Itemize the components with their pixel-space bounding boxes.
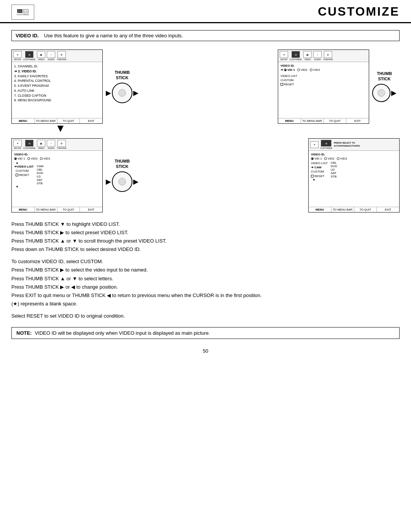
footer-bottom-left: MENU TO MENU BAR TO QUIT EXIT [12, 207, 102, 212]
vid-options-bl: VID 1 VID2 VID3 [14, 157, 100, 160]
list-custom-tr: CUSTOM [280, 78, 366, 82]
logo-box-right: E·N [23, 9, 29, 13]
thumb-stick-2-area: THUMBSTICK ▶ [372, 71, 397, 102]
footer-tomenubar: TO MENU BAR [35, 118, 57, 123]
thumb-stick-3-area: THUMBSTICK ▶ ▶ [106, 159, 139, 192]
thumb-label-3: THUMBSTICK [115, 159, 130, 169]
instr-2: Press THUMB STICK ▶ to select preset VID… [11, 228, 400, 237]
menu-item-3: 3. FAMILY FAVORITES [14, 74, 100, 79]
page-title: CUSTOMIZE [318, 5, 400, 19]
menu-item-2: ➔ 2. VIDEO ID. [14, 69, 100, 74]
instr-1: Press THUMB STICK ▼ to highlight VIDEO L… [11, 220, 400, 228]
instructions-section-3: Select RESET to set VIDEO ID to original… [11, 312, 400, 320]
arrow-right-1b: ▶ [133, 89, 139, 97]
bl-left-col: ➔VIDEO LIST CUSTOM RESET [14, 165, 33, 185]
instructions-section: Press THUMB STICK ▼ to highlight VIDEO L… [11, 220, 400, 254]
tb-icon-customize: ⊞ CUSTOMIZE [23, 51, 35, 61]
screen-content-top-left: 1. CHANNEL ID. ➔ 2. VIDEO ID. 3. FAMILY … [12, 62, 102, 118]
tb-icon-move: ✦ SETUP [13, 51, 22, 61]
thumb-label-1: THUMBSTICK [115, 70, 130, 80]
bottom-left-group: ✦ SETUP ⊞ CUSTOMIZE ▦ VIDEO ♪ AUDIO [11, 138, 142, 212]
vid-options-tr: ➔ VID 1 VID2 VID3 [280, 68, 366, 72]
screen-content-bl: VIDEO ID. VID 1 VID2 VID3 ▲ [12, 151, 102, 207]
instr-9: Press EXIT to quit menu or THUMB STICK ◀… [11, 291, 400, 300]
arrow-right-1: ▶ [106, 89, 111, 97]
instr-4: Press down on THUMB STICK to select desi… [11, 245, 400, 254]
screen-bottom-right: ✦ ⊞ CUSTOMIZE PRESS SELECT TO ACTIVATE/D… [308, 138, 400, 212]
page-header: D·G E·N CUSTOMIZE CUSTOMIZE [0, 0, 411, 23]
instr-8: Press THUMB STICK ▶ or ◀ to change posit… [11, 283, 400, 291]
list-reset-tr: RESET [280, 82, 366, 86]
menu-item-4: 4. PARENTAL CONTROL [14, 78, 100, 83]
bottom-right-group: ✦ ⊞ CUSTOMIZE PRESS SELECT TO ACTIVATE/D… [308, 138, 400, 212]
menu-item-7: 7. CLOSED CAPTION [14, 93, 100, 98]
screen-top-left: ✦ SETUP ⊞ CUSTOMIZE ▦ VIDEO ♪ AUDIO [11, 50, 103, 124]
menu-item-6: 6. AUTO LINK [14, 88, 100, 93]
screen-top-right: ✦ SETUP ⊞ CUSTOMIZE ▦ VIDEO ♪ AUDIO [278, 50, 369, 124]
footer-menu: MENU [12, 118, 35, 123]
video-id-label: VIDEO ID. [16, 33, 39, 38]
thumb-stick-1-area: THUMBSTICK ▶ ▶ [106, 70, 139, 103]
br-list-area: VIDEO LIST ➔ CAM CUSTOM RESET CBL DVD LD… [311, 161, 397, 178]
tb-icon-theater: ⚙ THEATER [57, 51, 66, 61]
top-diagrams-row: ✦ SETUP ⊞ CUSTOMIZE ▦ VIDEO ♪ AUDIO [11, 50, 400, 124]
bl-list-area: ➔VIDEO LIST CUSTOM RESET CAM CBL DVD LD … [14, 165, 100, 185]
thumb-circle-3 [112, 171, 132, 192]
instr-11: Select RESET to set VIDEO ID to original… [11, 312, 400, 320]
tb-icon-audio: ♪ AUDIO [47, 51, 55, 61]
instr-10: (★) represents a blank space. [11, 300, 400, 308]
top-left-group: ✦ SETUP ⊞ CUSTOMIZE ▦ VIDEO ♪ AUDIO [11, 50, 142, 124]
vid-id-label-br: VIDEO ID. [311, 153, 397, 156]
br-left-col: VIDEO LIST ➔ CAM CUSTOM RESET [311, 161, 328, 178]
br-right-col: CBL DVD LD SAT STB [331, 161, 337, 178]
note-text: VIDEO ID will be displayed only when VID… [35, 330, 210, 336]
thumb-circle-1 [112, 83, 132, 103]
instr-3: Press THUMB STICK ▲ or ▼ to scroll throu… [11, 237, 400, 245]
logo-label: CUSTOMIZE [17, 13, 29, 16]
screen-content-top-right: VIDEO ID. ➔ VID 1 VID2 VID3 VIDEO [278, 62, 369, 118]
tb-icon-video: ▦ VIDEO [37, 51, 45, 61]
video-id-text: Use this feature to give a name to any o… [44, 33, 183, 38]
vid-id-label-bl: VIDEO ID. [14, 153, 100, 156]
menu-item-8: 8. MENU BACKGROUND [14, 98, 100, 103]
note-box: NOTE: VIDEO ID will be displayed only wh… [11, 327, 400, 339]
screen-bottom-left: ✦ SETUP ⊞ CUSTOMIZE ▦ VIDEO ♪ AUDIO [11, 138, 103, 212]
footer-bottom-right: MENU TO MENU BAR TO QUIT EXIT [309, 207, 399, 212]
vid-id-label-tr: VIDEO ID. [280, 64, 366, 67]
topbar-bottom-right: ✦ ⊞ CUSTOMIZE PRESS SELECT TO ACTIVATE/D… [309, 139, 399, 151]
footer-top-right: MENU TO MENU BAR TO QUIT EXIT [278, 118, 369, 123]
screen-content-br: VIDEO ID. VID 1 VID2 VID3 [309, 151, 399, 207]
arrow-down-container: ▼ [11, 122, 400, 134]
thumb-label-2: THUMBSTICK [377, 71, 392, 81]
instr-7: Press THUMB STICK ▲ or ▼ to select lette… [11, 275, 400, 283]
top-right-group: ✦ SETUP ⊞ CUSTOMIZE ▦ VIDEO ♪ AUDIO [278, 50, 400, 124]
arrow-down-icon: ▼ [55, 122, 66, 134]
thumb-circle-2 [372, 84, 390, 102]
menu-item-1: 1. CHANNEL ID. [14, 64, 100, 69]
instr-5: To customize VIDEO ID, select CUSTOM. [11, 257, 400, 266]
bottom-diagrams-row: ✦ SETUP ⊞ CUSTOMIZE ▦ VIDEO ♪ AUDIO [11, 138, 400, 212]
topbar-top-right: ✦ SETUP ⊞ CUSTOMIZE ▦ VIDEO ♪ AUDIO [278, 50, 369, 62]
press-select-label: PRESS SELECT TO ACTIVATE/DEACTIVATE [334, 142, 364, 147]
note-label: NOTE: [16, 330, 32, 336]
thumb-arrow-group-1: ▶ ▶ [106, 83, 139, 103]
vid-options-br: VID 1 VID2 VID3 [311, 157, 397, 160]
main-content: VIDEO ID. Use this feature to give a nam… [0, 23, 411, 361]
list-label-tr: VIDEO LIST [280, 74, 366, 78]
instructions-section-2: To customize VIDEO ID, select CUSTOM. Pr… [11, 257, 400, 308]
topbar-bottom-left: ✦ SETUP ⊞ CUSTOMIZE ▦ VIDEO ♪ AUDIO [12, 139, 102, 151]
instr-6: Press THUMB STICK ▶ to select the video … [11, 266, 400, 274]
logo-box-left: D·G [17, 9, 22, 13]
menu-item-5: 5. 4 EVENT PROGRAM [14, 83, 100, 88]
logo: D·G E·N CUSTOMIZE [11, 5, 34, 20]
bl-right-col: CAM CBL DVD LD SAT STB [37, 165, 43, 185]
footer-exit: EXIT [80, 118, 102, 123]
video-id-description: VIDEO ID. Use this feature to give a nam… [11, 30, 400, 41]
topbar-top-left: ✦ SETUP ⊞ CUSTOMIZE ▦ VIDEO ♪ AUDIO [12, 50, 102, 62]
page-number: 50 [11, 348, 400, 354]
